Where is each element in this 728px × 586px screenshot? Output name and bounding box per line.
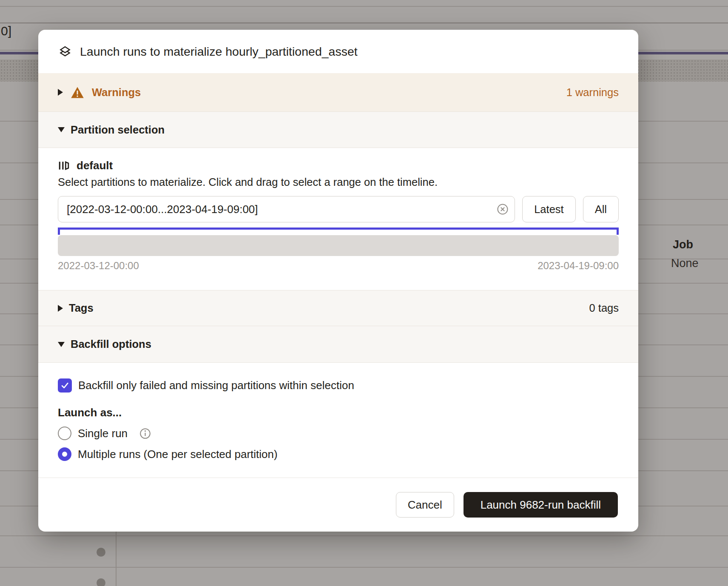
warnings-section-toggle[interactable]: Warnings 1 warnings bbox=[38, 73, 638, 112]
backfill-only-failed-checkbox[interactable] bbox=[58, 378, 72, 393]
launch-as-label: Launch as... bbox=[58, 406, 619, 419]
launch-backfill-button[interactable]: Launch 9682-run backfill bbox=[464, 492, 618, 518]
warnings-count: 1 warnings bbox=[566, 86, 619, 99]
timeline-selection-bracket[interactable] bbox=[58, 228, 619, 235]
launch-backfill-dialog: Launch runs to materialize hourly_partit… bbox=[38, 30, 638, 532]
chevron-down-icon bbox=[58, 127, 65, 132]
multiple-runs-radio[interactable] bbox=[58, 447, 71, 461]
partition-timeline[interactable] bbox=[58, 235, 619, 256]
partition-icon bbox=[58, 160, 70, 172]
chevron-right-icon bbox=[58, 89, 63, 96]
backfill-options-content: Backfill only failed and missing partiti… bbox=[38, 363, 638, 478]
dialog-header: Launch runs to materialize hourly_partit… bbox=[38, 30, 638, 73]
partition-range-row: Latest All bbox=[58, 196, 619, 222]
backfill-options-section-toggle[interactable]: Backfill options bbox=[38, 326, 638, 363]
partition-dimension-name: default bbox=[77, 159, 113, 172]
info-circle-icon[interactable] bbox=[139, 428, 151, 439]
partition-selection-section-toggle[interactable]: Partition selection bbox=[38, 112, 638, 148]
partition-selection-description: Select partitions to materialize. Click … bbox=[58, 176, 619, 188]
backfill-options-header: Backfill options bbox=[71, 338, 151, 350]
clear-circle-x-icon[interactable] bbox=[497, 203, 509, 215]
chevron-down-icon bbox=[58, 342, 65, 347]
single-run-option[interactable]: Single run bbox=[58, 427, 619, 440]
warnings-label: Warnings bbox=[92, 86, 141, 99]
single-run-radio[interactable] bbox=[58, 427, 71, 440]
dialog-title: Launch runs to materialize hourly_partit… bbox=[80, 45, 358, 59]
partition-range-input[interactable] bbox=[58, 196, 515, 222]
partition-selection-content: default Select partitions to materialize… bbox=[38, 148, 638, 290]
warning-triangle-icon bbox=[71, 86, 84, 99]
timeline-labels: 2022-03-12-00:00 2023-04-19-09:00 bbox=[58, 260, 619, 272]
latest-button[interactable]: Latest bbox=[522, 196, 575, 222]
backfill-only-failed-label: Backfill only failed and missing partiti… bbox=[78, 379, 354, 392]
cancel-button[interactable]: Cancel bbox=[396, 492, 454, 518]
tags-header: Tags bbox=[69, 302, 94, 314]
single-run-label: Single run bbox=[78, 427, 128, 440]
materialize-layers-icon bbox=[58, 44, 72, 59]
backfill-only-failed-row: Backfill only failed and missing partiti… bbox=[58, 378, 619, 393]
all-button[interactable]: All bbox=[583, 196, 619, 222]
tags-count: 0 tags bbox=[589, 302, 619, 314]
chevron-right-icon bbox=[58, 305, 63, 312]
dialog-footer: Cancel Launch 9682-run backfill bbox=[38, 478, 638, 532]
partition-selection-header: Partition selection bbox=[71, 124, 165, 136]
partition-dimension-row: default bbox=[58, 159, 619, 172]
partition-range-input-wrap bbox=[58, 196, 515, 222]
multiple-runs-option[interactable]: Multiple runs (One per selected partitio… bbox=[58, 447, 619, 461]
timeline-end-label: 2023-04-19-09:00 bbox=[537, 260, 619, 272]
tags-section-toggle[interactable]: Tags 0 tags bbox=[38, 290, 638, 326]
multiple-runs-label: Multiple runs (One per selected partitio… bbox=[78, 448, 278, 461]
timeline-start-label: 2022-03-12-00:00 bbox=[58, 260, 139, 272]
